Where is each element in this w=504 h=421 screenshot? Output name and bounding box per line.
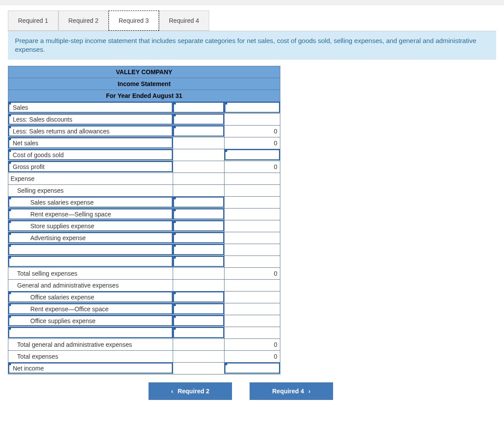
row-8-label-input[interactable]: Sales salaries expense	[8, 196, 173, 208]
row-6-label: Expense	[8, 173, 173, 184]
row-9-mid-input[interactable]	[173, 208, 225, 220]
row-7-right	[225, 184, 280, 196]
row-9-right	[225, 208, 280, 220]
row-6-right	[225, 173, 280, 184]
row-11-mid-input[interactable]	[173, 232, 225, 244]
row-11-label-input[interactable]: Advertising expense	[8, 232, 173, 244]
row-12-mid-input[interactable]	[173, 244, 225, 255]
row-12-label-input[interactable]	[8, 244, 173, 255]
row-14-right: 0	[225, 267, 280, 279]
tabs-row: Required 1Required 2Required 3Required 4	[8, 11, 496, 31]
row-2-right: 0	[225, 125, 280, 137]
row-6-mid	[173, 173, 225, 184]
row-9-label-input[interactable]: Rent expense—Selling space	[8, 208, 173, 220]
row-11-right	[225, 232, 280, 244]
tab-required-1[interactable]: Required 1	[8, 11, 58, 31]
row-10-mid-input[interactable]	[173, 220, 225, 232]
row-14-mid	[173, 267, 225, 279]
next-button-label: Required 4	[272, 388, 304, 395]
top-bar	[0, 0, 504, 5]
row-5-mid	[173, 161, 225, 173]
header-title: Income Statement	[8, 78, 280, 90]
prev-button[interactable]: ‹ Required 2	[149, 382, 232, 400]
row-22-mid	[173, 362, 225, 374]
row-7-label: Selling expenses	[8, 184, 173, 196]
row-10-label-input[interactable]: Store supplies expense	[8, 220, 173, 232]
row-1-label-input[interactable]: Less: Sales discounts	[8, 113, 173, 125]
tab-required-3[interactable]: Required 3	[109, 11, 159, 31]
row-20-right: 0	[225, 338, 280, 350]
row-4-right-input[interactable]	[225, 149, 280, 161]
row-0-label-input[interactable]: Sales	[8, 101, 173, 113]
row-19-mid-input[interactable]	[173, 327, 225, 338]
row-4-mid	[173, 149, 225, 161]
row-17-right	[225, 303, 280, 315]
chevron-right-icon: ›	[308, 388, 311, 395]
tab-required-2[interactable]: Required 2	[58, 11, 109, 31]
row-15-label: General and administrative expenses	[8, 279, 173, 291]
row-4-label-input[interactable]: Cost of goods sold	[8, 149, 173, 161]
row-5-right: 0	[225, 161, 280, 173]
row-20-label: Total general and administrative expense…	[8, 338, 173, 350]
row-7-mid	[173, 184, 225, 196]
header-period: For Year Ended August 31	[8, 90, 280, 101]
row-3-label-input[interactable]: Net sales	[8, 137, 173, 149]
row-13-label-input[interactable]	[8, 255, 173, 267]
row-2-label-input[interactable]: Less: Sales returns and allowances	[8, 125, 173, 137]
row-18-label-input[interactable]: Office supplies expense	[8, 315, 173, 327]
row-3-right: 0	[225, 137, 280, 149]
row-16-mid-input[interactable]	[173, 291, 225, 303]
next-button[interactable]: Required 4 ›	[250, 382, 333, 400]
row-15-right	[225, 279, 280, 291]
row-8-right	[225, 196, 280, 208]
row-1-mid-input[interactable]	[173, 113, 225, 125]
row-0-mid-input[interactable]	[173, 101, 225, 113]
row-16-label-input[interactable]: Office salaries expense	[8, 291, 173, 303]
row-21-mid	[173, 350, 225, 362]
row-13-mid-input[interactable]	[173, 255, 225, 267]
row-8-mid-input[interactable]	[173, 196, 225, 208]
chevron-left-icon: ‹	[171, 388, 173, 395]
row-10-right	[225, 220, 280, 232]
row-22-right-input[interactable]	[225, 362, 280, 374]
header-company: VALLEY COMPANY	[8, 66, 280, 78]
row-12-right	[225, 244, 280, 255]
row-14-label: Total selling expenses	[8, 267, 173, 279]
row-16-right	[225, 291, 280, 303]
row-20-mid	[173, 338, 225, 350]
row-21-label: Total expenses	[8, 350, 173, 362]
row-18-right	[225, 315, 280, 327]
row-19-right	[225, 327, 280, 338]
row-13-right	[225, 255, 280, 267]
row-19-label-input[interactable]	[8, 327, 173, 338]
instruction-banner: Prepare a multiple-step income statement…	[8, 31, 496, 60]
row-17-label-input[interactable]: Rent expense—Office space	[8, 303, 173, 315]
row-21-right: 0	[225, 350, 280, 362]
row-18-mid-input[interactable]	[173, 315, 225, 327]
row-17-mid-input[interactable]	[173, 303, 225, 315]
row-3-mid	[173, 137, 225, 149]
row-15-mid	[173, 279, 225, 291]
row-2-mid-input[interactable]	[173, 125, 225, 137]
prev-button-label: Required 2	[178, 388, 209, 395]
tab-required-4[interactable]: Required 4	[159, 11, 210, 31]
income-statement-worksheet: VALLEY COMPANY Income Statement For Year…	[8, 66, 280, 374]
row-0-right-input[interactable]	[225, 101, 280, 113]
row-5-label-input[interactable]: Gross profit	[8, 161, 173, 173]
row-22-label-input[interactable]: Net income	[8, 362, 173, 374]
row-1-right	[225, 113, 280, 125]
